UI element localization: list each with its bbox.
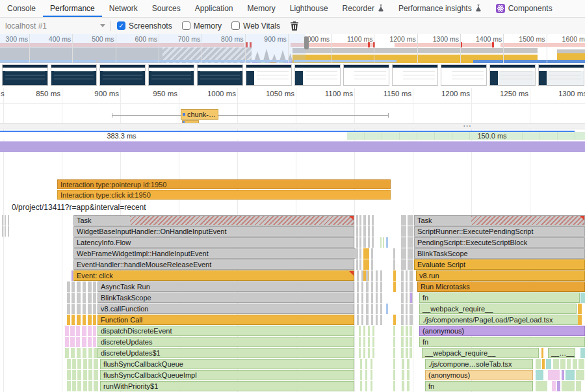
flame-fragment[interactable]	[359, 248, 361, 259]
filmstrip-thumbnail[interactable]	[441, 64, 487, 86]
tab-network[interactable]: Network	[102, 0, 145, 17]
flame-fragment[interactable]	[566, 370, 575, 380]
flame-fragment[interactable]	[70, 326, 75, 336]
flame-fragment[interactable]	[408, 248, 413, 259]
flame-fragment[interactable]	[401, 270, 404, 281]
flame-bar[interactable]: Task	[414, 215, 585, 226]
flame-fragment[interactable]	[83, 370, 87, 380]
flame-fragment[interactable]	[72, 304, 75, 314]
flame-fragment[interactable]	[393, 381, 395, 391]
flame-fragment[interactable]	[83, 293, 86, 303]
flame-fragment[interactable]	[376, 304, 378, 314]
flame-bar[interactable]: fn	[419, 293, 580, 303]
flame-fragment[interactable]	[368, 237, 370, 248]
flame-bar[interactable]: (anonymous)	[419, 326, 585, 336]
flame-fragment[interactable]	[407, 381, 410, 391]
flame-fragment[interactable]	[93, 315, 96, 325]
flame-fragment[interactable]	[380, 304, 382, 314]
flame-bar[interactable]: Task	[73, 215, 354, 226]
flame-fragment[interactable]	[359, 215, 361, 226]
flame-fragment[interactable]	[360, 359, 362, 369]
flame-fragment[interactable]	[94, 381, 98, 391]
flame-fragment[interactable]	[70, 337, 75, 347]
track-resize-handle[interactable]: ⋯	[0, 123, 585, 129]
flame-fragment[interactable]	[72, 281, 75, 292]
flame-bar[interactable]: flushSyncCallbackQueueImpl	[100, 370, 354, 380]
flame-bar[interactable]: AsyncTask Run	[98, 281, 354, 292]
flame-bar[interactable]: runWithPriority$1	[100, 381, 354, 391]
flame-fragment[interactable]	[402, 370, 404, 380]
flame-fragment[interactable]	[548, 370, 560, 380]
flame-fragment[interactable]	[542, 359, 545, 369]
flame-fragment[interactable]	[83, 348, 86, 358]
flame-fragment[interactable]	[406, 304, 408, 314]
flame-fragment[interactable]	[401, 281, 404, 292]
flame-fragment[interactable]	[393, 370, 395, 380]
flame-fragment[interactable]	[363, 237, 366, 248]
flame-fragment[interactable]	[552, 381, 556, 391]
tab-console[interactable]: Console	[0, 0, 43, 17]
flame-fragment[interactable]	[393, 248, 395, 259]
flame-fragment[interactable]	[401, 293, 404, 303]
flame-fragment[interactable]	[576, 381, 581, 391]
flame-fragment[interactable]	[359, 326, 361, 336]
flame-fragment[interactable]	[67, 281, 70, 292]
flame-bar[interactable]: v8.run	[416, 270, 585, 281]
flame-fragment[interactable]	[5, 215, 6, 226]
flame-fragment[interactable]	[361, 293, 363, 303]
flame-fragment[interactable]	[406, 293, 408, 303]
flame-fragment[interactable]	[67, 304, 70, 314]
flame-fragment[interactable]	[363, 337, 365, 347]
flame-fragment[interactable]	[386, 304, 388, 314]
flame-fragment[interactable]	[406, 348, 408, 358]
flame-fragment[interactable]	[376, 315, 378, 325]
flame-fragment[interactable]	[77, 348, 81, 358]
flame-fragment[interactable]	[401, 315, 404, 325]
flame-fragment[interactable]	[410, 337, 412, 347]
filmstrip-thumbnail[interactable]	[148, 64, 194, 86]
flame-bar[interactable]: __webpack_require__	[422, 348, 539, 358]
flame-fragment[interactable]	[393, 326, 395, 336]
flame-fragment[interactable]	[83, 381, 87, 391]
flame-fragment[interactable]	[368, 326, 370, 336]
flame-fragment[interactable]	[393, 259, 395, 270]
flame-fragment[interactable]	[77, 281, 81, 292]
flame-fragment[interactable]	[370, 359, 372, 369]
flame-bar[interactable]: fn	[419, 337, 585, 347]
flame-fragment[interactable]	[357, 281, 359, 292]
flame-fragment[interactable]	[368, 226, 370, 237]
flame-fragment[interactable]	[77, 315, 81, 325]
flame-fragment[interactable]	[67, 370, 71, 380]
flame-bar[interactable]: Evaluate Script	[414, 259, 585, 270]
flame-fragment[interactable]	[94, 359, 98, 369]
flame-fragment[interactable]	[361, 304, 363, 314]
flame-fragment[interactable]	[401, 259, 406, 270]
flame-fragment[interactable]	[93, 281, 96, 292]
flame-fragment[interactable]	[560, 359, 566, 369]
flame-fragment[interactable]	[393, 348, 395, 358]
flame-fragment[interactable]	[65, 348, 69, 358]
flame-fragment[interactable]	[360, 381, 362, 391]
flame-fragment[interactable]	[393, 315, 396, 325]
flame-fragment[interactable]	[370, 381, 372, 391]
flame-bar[interactable]: Run Microtasks	[417, 281, 585, 292]
flame-fragment[interactable]	[365, 370, 367, 380]
flame-fragment[interactable]	[363, 348, 365, 358]
screenshots-checkbox-box[interactable]: ✓	[117, 21, 125, 30]
flame-fragment[interactable]	[410, 315, 413, 325]
flame-fragment[interactable]	[356, 226, 358, 237]
flame-fragment[interactable]	[77, 381, 81, 391]
tab-lighthouse[interactable]: Lighthouse	[283, 0, 335, 17]
filmstrip-thumbnail[interactable]	[392, 64, 438, 86]
flame-fragment[interactable]	[578, 359, 584, 369]
flame-fragment[interactable]	[8, 226, 9, 237]
flame-bar[interactable]: ./js/compone…soleTab.tsx	[425, 359, 533, 369]
flame-fragment[interactable]	[380, 315, 382, 325]
flame-fragment[interactable]	[557, 381, 560, 391]
flame-bar[interactable]: __webpack_require__	[419, 304, 577, 314]
flame-fragment[interactable]	[408, 215, 413, 226]
flame-fragment[interactable]	[356, 215, 358, 226]
flame-fragment[interactable]	[361, 281, 363, 292]
flame-fragment[interactable]	[371, 248, 373, 259]
flame-fragment[interactable]	[408, 237, 413, 248]
